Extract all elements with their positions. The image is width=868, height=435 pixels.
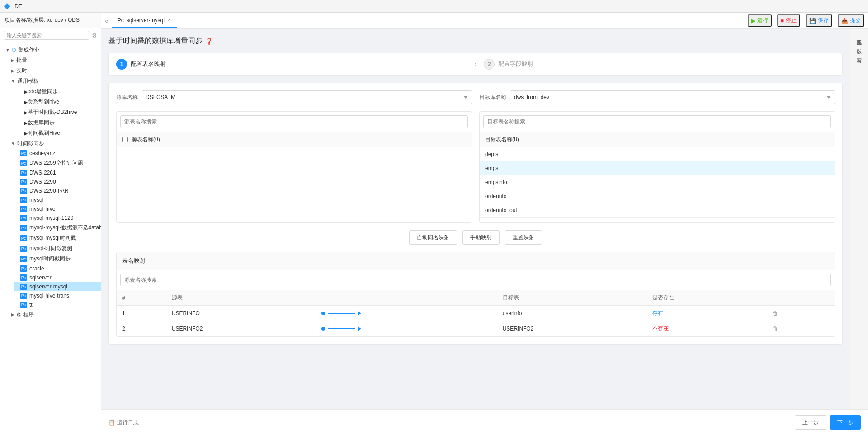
sidebar-item-sqlserver[interactable]: Pc sqlserver: [14, 273, 101, 282]
exist-badge[interactable]: 存在: [652, 310, 663, 316]
delete-icon[interactable]: 🗑: [773, 326, 778, 332]
sidebar-item-sqlserver-mysql[interactable]: Pc sqlserver-mysql: [14, 282, 101, 291]
sidebar-item-tt[interactable]: Pc tt: [14, 300, 101, 309]
batch-label: 批量: [16, 57, 27, 64]
sidebar-item-program[interactable]: ▶ ⚙ 程序: [7, 309, 101, 320]
sidebar-item-timestamp-hive[interactable]: ▶ 时间戳到Hive: [18, 128, 101, 138]
sidebar-item-mysql-ts-retest[interactable]: Pc mysql-时间戳复测: [14, 243, 101, 254]
target-table-item-depts[interactable]: depts: [480, 147, 835, 161]
pc-icon: Pc: [20, 265, 27, 272]
source-table-all-checkbox[interactable]: [122, 137, 128, 142]
source-table-search-input[interactable]: [120, 115, 468, 128]
content-area: 基于时间戳的数据库增量同步 ❓ 1 配置表名映射 › 2: [101, 29, 850, 409]
connector-line: [328, 313, 355, 314]
sidebar-item-batch[interactable]: ▶ 批量: [7, 55, 101, 66]
mapping-table: # 源表 目标表 是否存在 1: [117, 290, 835, 336]
run-log-label: 运行日志: [117, 419, 139, 426]
tab-bar: « Pc sqlserver-mysql ✕ ▶ 运行 ■ 停止 💾: [101, 13, 868, 29]
arrow-icon: ▶: [11, 68, 14, 73]
run-log-button[interactable]: 📋 运行日志: [108, 419, 139, 426]
sidebar-item-timestamp-sync[interactable]: ▼ 时间戳同步: [7, 138, 101, 149]
pc-icon: Pc: [20, 256, 27, 262]
target-table-item-orderinfo-out[interactable]: orderinfo_out: [480, 203, 835, 218]
source-db-label: 源库名称: [116, 94, 138, 101]
sidebar-item-dws2261[interactable]: Pc DWS-2261: [14, 168, 101, 177]
col-arrow: [316, 290, 497, 306]
save-icon: 💾: [809, 18, 816, 24]
row-target: userinfo: [497, 306, 647, 321]
step-2-circle: 2: [484, 59, 495, 70]
connector-cell: [321, 311, 492, 316]
pc-icon: Pc: [20, 215, 27, 221]
sidebar-item-cdc[interactable]: ▶ cdc增量同步: [18, 86, 101, 97]
arrow-icon: ▶: [24, 99, 28, 105]
arrow-icon: ▶: [24, 109, 28, 116]
help-icon[interactable]: ❓: [205, 38, 213, 45]
bottom-toolbar: 📋 运行日志 上一步 下一步: [101, 409, 868, 435]
row-delete: 🗑: [764, 321, 835, 336]
source-table-header-text: 源表名称(0): [132, 136, 160, 143]
root-text: 集成作业: [18, 46, 40, 54]
right-panel-common[interactable]: 通用配置: [854, 33, 864, 40]
right-panel-rewrite[interactable]: 重写: [854, 51, 864, 58]
target-table-search-input[interactable]: [483, 115, 831, 128]
tab-pc-icon: Pc: [118, 17, 124, 24]
right-panel-version[interactable]: 版本: [854, 42, 864, 49]
save-button[interactable]: 💾 保存: [806, 14, 832, 27]
sidebar-item-mysql-hive-trans[interactable]: Pc mysql-hive-trans: [14, 291, 101, 300]
sidebar-item-realtime[interactable]: ▶ 实时: [7, 66, 101, 76]
pc-icon: Pc: [20, 284, 27, 290]
submit-icon: 📤: [841, 18, 848, 24]
prev-button[interactable]: 上一步: [795, 415, 826, 430]
sidebar-item-mysql-hive[interactable]: Pc mysql-hive: [14, 204, 101, 213]
col-source: 源表: [166, 290, 316, 306]
sidebar-item-oracle[interactable]: Pc oracle: [14, 264, 101, 273]
mapping-result-search-input[interactable]: [120, 274, 831, 286]
connector-line: [328, 328, 355, 329]
sidebar-item-db2hive[interactable]: ▶ 基于时间戳-DB2hive: [18, 107, 101, 118]
arrow-icon: ▼: [11, 141, 15, 146]
tab-sqlserver-mysql[interactable]: Pc sqlserver-mysql ✕: [112, 14, 177, 28]
target-table-item-empsinfo[interactable]: empsinfo: [480, 175, 835, 189]
sidebar-item-root[interactable]: ▼ ⬡ 集成作业: [0, 45, 101, 55]
delete-icon[interactable]: 🗑: [773, 310, 778, 317]
sidebar-item-mysql[interactable]: Pc mysql: [14, 195, 101, 204]
target-table-item-orderinfo[interactable]: orderinfo: [480, 189, 835, 203]
stop-button[interactable]: ■ 停止: [777, 14, 800, 27]
source-db-select[interactable]: DSFGSA_M: [142, 90, 472, 104]
target-db-select[interactable]: dws_from_dev: [510, 90, 835, 104]
row-arrow: [316, 306, 497, 321]
manual-map-button[interactable]: 手动映射: [462, 230, 500, 245]
sidebar-item-db-sync[interactable]: ▶ 数据库同步: [18, 118, 101, 128]
target-table-item-t-dxyq[interactable]: t_dxyq_equipment: [480, 218, 835, 222]
sidebar-item-relational-hive[interactable]: ▶ 关系型到hive: [18, 97, 101, 107]
sidebar-item-mysql-mysql-ts[interactable]: Pc mysql-mysql时间戳: [14, 233, 101, 243]
next-button[interactable]: 下一步: [830, 415, 861, 430]
reset-map-button[interactable]: 重置映射: [505, 230, 542, 245]
sidebar-item-dws2259[interactable]: Pc DWS-2259空指针问题: [14, 158, 101, 168]
sidebar-item-dws2290[interactable]: Pc DWS-2290: [14, 177, 101, 186]
auto-map-button[interactable]: 自动同名映射: [409, 230, 457, 245]
pc-icon: Pc: [20, 188, 27, 194]
settings-icon[interactable]: ⚙: [92, 32, 97, 39]
sidebar-item-ceshi-yanz[interactable]: Pc ceshi-yanz: [14, 149, 101, 158]
step-1-number: 1: [120, 61, 123, 67]
sidebar-item-mysql-ts-sync[interactable]: Pc mysql时间戳同步: [14, 254, 101, 264]
app-icon: 🔷: [4, 3, 10, 9]
source-table-panel: 源表名称(0): [116, 111, 472, 223]
tab-label: sqlserver-mysql: [127, 17, 165, 24]
run-button[interactable]: ▶ 运行: [748, 14, 772, 27]
arrow-icon: ▶: [24, 130, 28, 137]
submit-button[interactable]: 📤 提交: [838, 14, 864, 27]
collapse-icon[interactable]: «: [105, 17, 108, 24]
target-table-item-emps[interactable]: emps: [480, 161, 835, 175]
sidebar-item-dws2290par[interactable]: Pc DWS-2290-PAR: [14, 186, 101, 195]
sidebar-item-mysql-mysql-db[interactable]: Pc mysql-mysql-数据源不选database: [14, 222, 101, 233]
sidebar-item-template[interactable]: ▼ 通用模板: [7, 76, 101, 86]
main-layout: 项目名称/数据层: xq-dev / ODS ⚙ ▼ ⬡ 集成作业 ▶ 批量 ▶: [0, 13, 868, 435]
mapping-actions: 自动同名映射 手动映射 重置映射: [116, 230, 835, 245]
sidebar-item-mysql-mysql-1120[interactable]: Pc mysql-mysql-1120: [14, 213, 101, 222]
search-input[interactable]: [4, 31, 89, 40]
tab-close-icon[interactable]: ✕: [167, 17, 171, 23]
sidebar-tree: ▼ ⬡ 集成作业 ▶ 批量 ▶ 实时 ▼ 通用模板: [0, 43, 101, 435]
